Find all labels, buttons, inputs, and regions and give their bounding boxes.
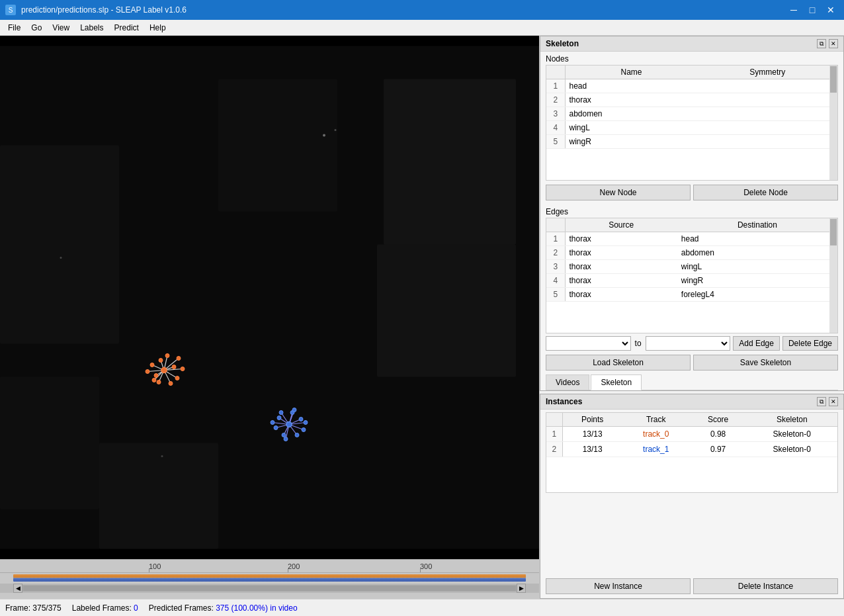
table-row[interactable]: 2 thorax abdomen [546,246,837,260]
labeled-prefix: Labeled Frames: [72,603,134,613]
svg-point-51 [274,426,278,430]
inst-track-2[interactable]: track_1 [622,442,690,457]
edge-dst-5: forelegL4 [677,288,837,302]
tick-100: 100 [149,562,161,570]
nodes-scrollbar[interactable] [829,66,837,180]
edge-dest-select[interactable] [646,336,731,351]
inst-col-points: Points [562,413,622,427]
menu-file[interactable]: File [3,22,26,34]
skeleton-close-btn[interactable]: ✕ [829,39,838,48]
panel-tabs: Videos Skeleton [546,374,838,390]
inst-col-score: Score [690,413,747,427]
edges-table: Source Destination 1 thorax head 2 thora… [546,218,837,302]
table-row[interactable]: 4 thorax wingR [546,274,837,288]
close-button[interactable]: ✕ [823,3,839,17]
svg-point-25 [172,365,176,369]
save-skeleton-button[interactable]: Save Skeleton [693,355,838,371]
node-id-4: 4 [546,121,565,135]
scroll-left-btn[interactable]: ◀ [13,584,22,593]
app-icon: S [5,5,16,15]
edges-label: Edges [540,204,843,218]
timeline-scrollbar[interactable]: ◀ ▶ [0,584,539,593]
table-row[interactable]: 4 wingL [546,121,837,135]
tab-skeleton[interactable]: Skeleton [591,374,642,390]
instances-close-btn[interactable]: ✕ [829,397,838,406]
instance-row-1[interactable]: 1 13/13 track_0 0.98 Skeleton-0 [546,427,837,442]
edge-dst-1: head [677,232,837,246]
canvas-svg [0,36,539,559]
tab-videos[interactable]: Videos [546,374,589,390]
nodes-col-id [546,66,565,79]
predicted-text: 375 (100.00%) in video [216,603,297,613]
edges-col-source: Source [565,218,677,232]
inst-col-skeleton: Skeleton [747,413,837,427]
main-layout: 100 200 300 ◀ ▶ [0,36,844,599]
titlebar-title: prediction/predictions.slp - SLEAP Label… [21,5,187,15]
instances-panel: Instances ⧉ ✕ Points Track Score Ske [540,394,844,599]
nodes-table: Name Symmetry 1 head 2 thorax [546,66,837,149]
node-sym-4 [697,121,837,135]
inst-score-1: 0.98 [690,427,747,442]
instance-row-2[interactable]: 2 13/13 track_1 0.97 Skeleton-0 [546,442,837,457]
skeleton-restore-btn[interactable]: ⧉ [817,39,826,48]
svg-rect-6 [99,443,218,549]
add-edge-button[interactable]: Add Edge [733,336,780,351]
edges-scrollbar[interactable] [829,218,837,333]
timeline-ruler: 100 200 300 [0,560,539,573]
menu-go[interactable]: Go [26,22,47,34]
table-row[interactable]: 3 thorax wingL [546,260,837,274]
edge-source-select[interactable] [546,336,631,351]
svg-point-30 [146,370,149,374]
scroll-thumb[interactable] [23,586,516,591]
svg-point-32 [159,359,163,363]
menu-predict[interactable]: Predict [109,22,144,34]
scroll-right-btn[interactable]: ▶ [517,584,526,593]
canvas-area: 100 200 300 ◀ ▶ [0,36,539,599]
node-name-4: wingL [565,121,697,135]
edges-scrollbar-thumb[interactable] [830,219,837,245]
svg-point-8 [323,134,325,137]
menu-labels[interactable]: Labels [75,22,108,34]
tick-300: 300 [420,562,432,570]
new-node-button[interactable]: New Node [546,185,691,200]
table-row[interactable]: 2 thorax [546,93,837,107]
labeled-count: 0 [134,603,138,613]
svg-point-34 [152,378,156,382]
scroll-track[interactable] [22,585,517,592]
edge-src-3: thorax [565,260,677,274]
inst-id-1: 1 [546,427,562,442]
new-instance-button[interactable]: New Instance [546,578,691,594]
menu-help[interactable]: Help [144,22,171,34]
delete-node-button[interactable]: Delete Node [693,185,838,200]
table-row[interactable]: 5 wingR [546,135,837,149]
to-label: to [634,339,643,348]
load-skeleton-button[interactable]: Load Skeleton [546,355,691,371]
table-row[interactable]: 3 abdomen [546,107,837,121]
svg-rect-2 [384,79,516,245]
edge-id-2: 2 [546,246,565,260]
timeline-track[interactable] [13,573,526,584]
canvas-container[interactable] [0,36,539,559]
table-row[interactable]: 1 thorax head [546,232,837,246]
inst-skeleton-1: Skeleton-0 [747,427,837,442]
delete-instance-button[interactable]: Delete Instance [693,578,838,594]
edge-id-4: 4 [546,274,565,288]
edge-dst-3: wingL [677,260,837,274]
edge-id-1: 1 [546,232,565,246]
skeleton-panel: Skeleton ⧉ ✕ Nodes Name Symmetry [540,36,844,391]
instances-restore-btn[interactable]: ⧉ [817,397,826,406]
svg-point-53 [282,433,286,437]
menu-view[interactable]: View [47,22,75,34]
nodes-scrollbar-thumb[interactable] [830,66,837,93]
inst-track-1[interactable]: track_0 [622,427,690,442]
table-row[interactable]: 1 head [546,79,837,93]
instances-table-container: Points Track Score Skeleton 1 13/13 trac… [546,412,838,493]
table-row[interactable]: 5 thorax forelegL4 [546,288,837,302]
maximize-button[interactable]: □ [804,3,820,17]
minimize-button[interactable]: ─ [786,3,802,17]
nodes-label: Nodes [540,52,843,65]
svg-point-52 [302,428,306,432]
svg-point-27 [175,376,179,380]
delete-edge-button[interactable]: Delete Edge [782,336,838,351]
node-id-3: 3 [546,107,565,121]
